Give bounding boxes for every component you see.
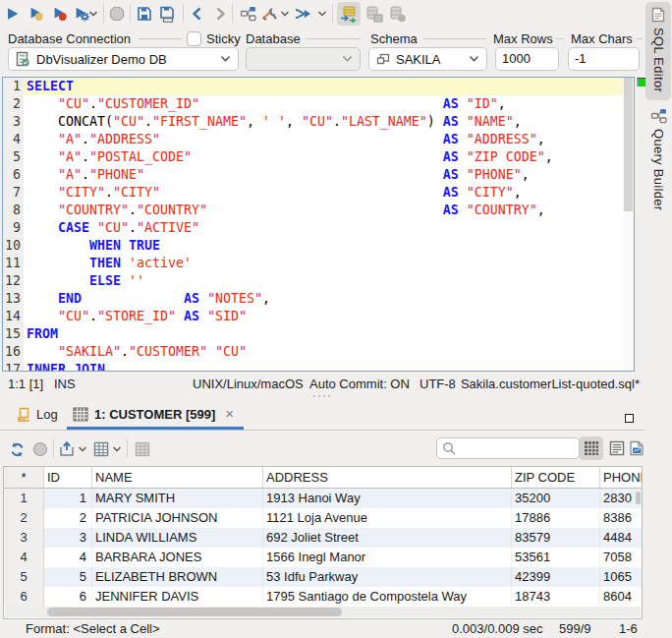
connection-combo[interactable]: DbVisualizer Demo DB	[8, 47, 239, 71]
editor-line[interactable]: 9 CASE "CU"."ACTIVE"	[3, 219, 623, 237]
execute-button[interactable]	[1, 2, 25, 26]
grid-hscrollbar[interactable]	[5, 607, 641, 617]
grid-view-button[interactable]	[580, 436, 603, 460]
grid-row[interactable]: 66JENNIFER DAVIS1795 Santiago de Compost…	[4, 587, 642, 607]
grid-cell[interactable]: 1121 Loja Avenue	[263, 508, 512, 528]
export-menu-chevron[interactable]	[76, 437, 89, 461]
grid-row[interactable]: 11MARY SMITH1913 Hanoi Way352002830	[4, 489, 642, 508]
grid-cell[interactable]: 1	[44, 489, 92, 508]
editor-line[interactable]: 16 "SAKILA"."CUSTOMER" "CU"	[3, 343, 623, 361]
grid-cell[interactable]: LINDA WILLIAMS	[92, 528, 263, 548]
editor-line[interactable]: 8 "COUNTRY"."COUNTRY" AS "COUNTRY",	[3, 202, 623, 219]
grid-cell[interactable]: 5	[4, 567, 44, 587]
execute-current-button[interactable]	[25, 2, 48, 26]
editor-line[interactable]: 5 "A"."POSTAL_CODE" AS "ZIP CODE",	[3, 148, 623, 166]
max-chars-input[interactable]: -1	[568, 47, 640, 71]
grid-cell[interactable]: 53 Idfu Parkway	[263, 567, 512, 587]
grid-cell[interactable]: 1913 Hanoi Way	[263, 489, 512, 508]
grid-options-chevron[interactable]	[110, 437, 124, 461]
grid-cell[interactable]: 53561	[512, 548, 600, 567]
sql-editor-code[interactable]: 1SELECT2 "CU"."CUSTOMER_ID" AS "ID",3 CO…	[3, 78, 623, 371]
editor-line[interactable]: 15FROM	[3, 325, 623, 343]
reload-button[interactable]	[5, 437, 28, 461]
rollback-button[interactable]	[386, 2, 410, 26]
tools-menu-chevron[interactable]	[278, 2, 292, 26]
calculate-button[interactable]	[131, 437, 154, 461]
grid-cell[interactable]: 1566 Inegl Manor	[263, 548, 512, 567]
save-as-button[interactable]	[156, 2, 180, 26]
continue-button[interactable]	[292, 2, 315, 26]
editor-scrollbar[interactable]	[623, 78, 634, 371]
execute-buffer-button[interactable]	[48, 2, 72, 26]
tab-close-icon[interactable]: ×	[225, 407, 234, 421]
editor-line[interactable]: 14 "CU"."STORE_ID" AS "SID"	[3, 308, 623, 325]
grid-cell[interactable]: 4	[4, 548, 44, 567]
stop-button[interactable]	[105, 2, 129, 26]
grid-cell[interactable]: 18743	[512, 587, 600, 607]
side-tab-query-builder[interactable]: Query Builder	[645, 106, 671, 234]
grid-cell[interactable]: JENNIFER DAVIS	[92, 587, 263, 607]
grid-row[interactable]: 55ELIZABETH BROWN53 Idfu Parkway42399106…	[4, 567, 642, 587]
database-combo[interactable]	[246, 47, 361, 71]
grid-cell[interactable]: 692 Joliet Street	[263, 528, 512, 548]
schema-combo[interactable]: SAKILA	[368, 47, 487, 71]
grid-cell[interactable]: MARY SMITH	[92, 489, 263, 508]
editor-line[interactable]: 1SELECT	[3, 78, 623, 95]
grid-cell[interactable]: 1065	[600, 567, 642, 587]
grid-cell[interactable]: 8604	[600, 587, 642, 607]
grid-cell[interactable]: 1795 Santiago de Compostela Way	[263, 587, 512, 607]
grid-column-header[interactable]: ID	[44, 467, 92, 488]
grid-cell[interactable]: 8386	[600, 508, 642, 528]
side-tab-sql-editor[interactable]: SQL Editor	[645, 2, 671, 100]
back-button[interactable]	[186, 2, 209, 26]
grid-cell[interactable]: PATRICIA JOHNSON	[92, 508, 263, 528]
editor-line[interactable]: 17INNER JOIN	[3, 361, 623, 371]
result-grid[interactable]: *IDNAMEADDRESSZIP CODEPHONE 11MARY SMITH…	[3, 466, 643, 619]
grid-hscrollbar-thumb[interactable]	[47, 608, 342, 616]
splitter-handle[interactable]	[313, 395, 330, 397]
commit-button[interactable]	[363, 2, 386, 26]
editor-line[interactable]: 6 "A"."PHONE" AS "PHONE",	[3, 166, 623, 184]
grid-cell[interactable]: 2	[4, 508, 44, 528]
grid-column-header[interactable]: PHONE	[600, 467, 642, 488]
grid-cell[interactable]: 35200	[512, 489, 600, 508]
sql-builder-button[interactable]	[236, 2, 259, 26]
grid-column-header[interactable]: ZIP CODE	[512, 467, 600, 488]
grid-column-header[interactable]: ADDRESS	[263, 467, 512, 488]
grid-cell[interactable]: 42399	[512, 567, 600, 587]
grid-cell[interactable]: 5	[44, 567, 92, 587]
editor-line[interactable]: 7 "CITY"."CITY" AS "CITY",	[3, 184, 623, 202]
grid-column-header[interactable]: *	[4, 467, 44, 488]
maximize-panel-icon[interactable]	[625, 414, 634, 423]
grid-row[interactable]: 44BARBARA JONES1566 Inegl Manor535617058	[4, 548, 642, 567]
grid-vscrollbar-thumb[interactable]	[636, 492, 641, 504]
tab-log[interactable]: Log	[16, 401, 58, 427]
grid-cell[interactable]: 4	[44, 548, 92, 567]
editor-line[interactable]: 4 "A"."ADDRESS" AS "ADDRESS",	[3, 131, 623, 148]
grid-cell[interactable]: 1	[4, 489, 44, 508]
editor-line[interactable]: 2 "CU"."CUSTOMER_ID" AS "ID",	[3, 95, 623, 113]
editor-line[interactable]: 10 WHEN TRUE	[3, 237, 623, 255]
grid-cell[interactable]: 2	[44, 508, 92, 528]
grid-cell[interactable]: 83579	[512, 528, 600, 548]
grid-column-header[interactable]: NAME	[92, 467, 263, 488]
search-input[interactable]	[457, 439, 579, 457]
continue-menu-chevron[interactable]	[315, 2, 329, 26]
max-rows-input[interactable]: 1000	[495, 47, 559, 71]
save-button[interactable]	[133, 2, 156, 26]
grid-cell[interactable]: ELIZABETH BROWN	[92, 567, 263, 587]
editor-line[interactable]: 13 END AS "NOTES",	[3, 290, 623, 308]
grid-cell[interactable]: 7058	[600, 548, 642, 567]
editor-line[interactable]: 12 ELSE ''	[3, 272, 623, 290]
sql-editor[interactable]: 1SELECT2 "CU"."CUSTOMER_ID" AS "ID",3 CO…	[2, 77, 635, 372]
editor-line[interactable]: 3 CONCAT("CU"."FIRST_NAME", ' ', "CU"."L…	[3, 113, 623, 131]
grid-cell[interactable]: 17886	[512, 508, 600, 528]
editor-scrollbar-thumb[interactable]	[624, 78, 633, 211]
execute-menu-chevron[interactable]	[86, 2, 100, 26]
grid-cell[interactable]: 6	[44, 587, 92, 607]
result-search[interactable]	[436, 437, 580, 459]
stop-result-button[interactable]	[28, 437, 52, 461]
forward-button[interactable]	[208, 2, 232, 26]
sticky-checkbox[interactable]	[187, 31, 201, 46]
grid-row[interactable]: 22PATRICIA JOHNSON1121 Loja Avenue178868…	[4, 508, 642, 528]
